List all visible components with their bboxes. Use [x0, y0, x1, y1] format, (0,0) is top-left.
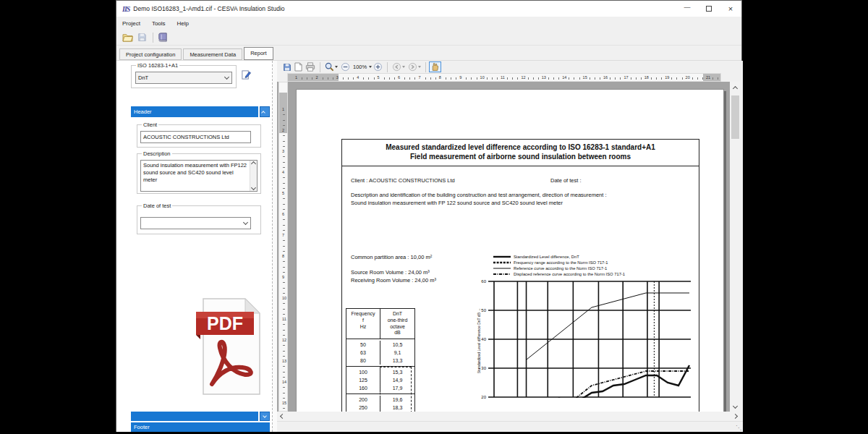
title-bar[interactable]: IIS Demo ISO16283_1-Amd1.cif - CESVA Ins… — [116, 1, 741, 17]
series-solid-thin — [527, 293, 689, 359]
nav-forward-button[interactable] — [407, 61, 422, 72]
horizontal-ruler: 123456789101112131415161718192021 — [287, 73, 721, 82]
ruler-tick — [425, 77, 426, 80]
ruler-number: 3 — [282, 149, 284, 153]
magnitude-select[interactable]: DnT — [135, 72, 232, 84]
nav-back-button[interactable] — [391, 61, 407, 72]
ruler-tick — [283, 188, 285, 189]
frequency-table: Frequency f HzDnT one-third octave dB501… — [346, 308, 415, 412]
ruler-number: 5 — [282, 191, 284, 195]
y-tick-label: 50 — [481, 308, 486, 312]
hand-icon — [430, 62, 440, 72]
tab-project-configuration[interactable]: Project configuration — [119, 48, 182, 60]
ruler-tick — [538, 77, 539, 80]
zoom-out-button[interactable] — [339, 61, 352, 72]
table-row: 25018,3 — [346, 404, 414, 412]
ruler-tick — [283, 356, 285, 357]
report-save-button[interactable] — [281, 61, 293, 72]
header-section-bar[interactable]: Header — [131, 106, 258, 117]
legend-label: Reference curve according to the Norm IS… — [514, 266, 607, 271]
scroll-up-button[interactable] — [730, 82, 741, 93]
ruler-tick — [404, 77, 405, 80]
collapsed-section-bar[interactable] — [131, 412, 258, 421]
ruler-tick — [307, 77, 307, 80]
ruler-number: 13 — [542, 75, 546, 80]
sidebar-scrollbar[interactable] — [272, 61, 277, 432]
scroll-down-button[interactable] — [730, 401, 741, 412]
ruler-tick — [283, 309, 285, 310]
ruler-tick — [283, 293, 285, 294]
ruler-tick — [610, 77, 610, 80]
header-collapse-button[interactable] — [260, 106, 270, 117]
ruler-tick — [333, 77, 333, 80]
save-project-button[interactable] — [135, 32, 148, 43]
ruler-number: 19 — [665, 75, 669, 80]
description-scrollbar[interactable] — [250, 161, 257, 191]
close-button[interactable]: × — [720, 1, 741, 17]
toolbar-separator — [320, 62, 320, 72]
export-pdf-button[interactable]: PDF — [187, 296, 265, 401]
ruler-tick — [641, 77, 642, 80]
preview-viewport[interactable]: 123456789101112131415 Measured standardi… — [277, 82, 730, 412]
table-row: 5010,5 — [346, 341, 414, 349]
table-group: 20019,625018,331519,2 — [346, 394, 414, 412]
hand-tool-button[interactable] — [429, 61, 441, 72]
open-project-button[interactable] — [121, 32, 134, 43]
help-manual-button[interactable] — [156, 32, 169, 43]
zoom-in-button[interactable] — [372, 61, 384, 72]
menu-item-tools[interactable]: Tools — [152, 20, 166, 27]
ruler-tick — [283, 225, 285, 226]
print-button[interactable] — [304, 61, 317, 72]
vertical-ruler: 123456789101112131415 — [278, 82, 288, 412]
table-header-row: Frequency f HzDnT one-third octave dB — [346, 309, 414, 339]
scroll-right-button[interactable] — [730, 412, 741, 421]
zoom-tool-button[interactable] — [323, 61, 339, 72]
svg-text:PDF: PDF — [207, 313, 243, 333]
zoom-level-value[interactable]: 100% — [353, 64, 367, 70]
tab-measurement-data[interactable]: Measurement Data — [183, 48, 242, 60]
date-select[interactable] — [140, 217, 251, 229]
y-tick-label: 30 — [481, 366, 486, 370]
maximize-button[interactable] — [698, 1, 720, 17]
scroll-left-button[interactable] — [277, 412, 288, 421]
ruler-tick — [595, 77, 595, 80]
ruler-tick — [384, 77, 385, 80]
document-date-line: Date of test : — [550, 177, 582, 184]
tab-report[interactable]: Report — [244, 47, 273, 60]
vertical-scrollbar[interactable] — [730, 82, 741, 412]
chevron-right-icon — [733, 414, 738, 419]
ruler-tick — [497, 77, 498, 80]
vertical-scroll-thumb[interactable] — [731, 95, 739, 139]
ruler-tick — [283, 408, 285, 409]
manual-book-icon — [158, 33, 168, 42]
ruler-number: 14 — [562, 75, 566, 80]
ruler-tick — [569, 77, 569, 80]
footer-section-bar[interactable]: Footer — [131, 422, 270, 432]
ruler-tick — [283, 204, 285, 205]
ruler-tick — [487, 77, 488, 80]
collapsed-section-button[interactable] — [260, 412, 270, 421]
document-title-line2: Field measurement of airborne sound insu… — [345, 153, 696, 162]
dnt-chart: 2030405060Standardized Level difference … — [477, 276, 697, 409]
menu-item-project[interactable]: Project — [122, 20, 140, 27]
standard-groupbox: ISO 16283-1+A1 DnT — [131, 65, 237, 88]
ruler-tick — [671, 77, 672, 80]
resize-grip[interactable]: ⋱ — [736, 425, 741, 431]
menu-bar: ProjectToolsHelp — [116, 17, 741, 30]
ruler-tick — [283, 135, 285, 136]
pdf-icon: PDF — [187, 296, 265, 399]
horizontal-scrollbar[interactable] — [277, 412, 741, 421]
edit-report-button[interactable] — [241, 69, 252, 83]
dnt-cell: 9,1 — [380, 349, 414, 357]
minimize-button[interactable]: — — [676, 1, 698, 17]
ruler-tick — [374, 77, 375, 80]
page-setup-button[interactable] — [293, 61, 304, 72]
chevron-left-icon — [280, 414, 285, 419]
menu-item-help[interactable]: Help — [177, 20, 189, 27]
client-input[interactable]: ACOUSTIC CONSTRUCTIONS Ltd — [140, 131, 251, 143]
description-textarea[interactable]: Sound insulation measurement with FP122 … — [140, 160, 258, 192]
document-description-line1: Description and identification of the bu… — [351, 192, 607, 198]
scroll-down-icon — [251, 185, 256, 190]
report-page: Measured standardized level difference a… — [296, 89, 724, 412]
close-icon: × — [728, 4, 733, 13]
